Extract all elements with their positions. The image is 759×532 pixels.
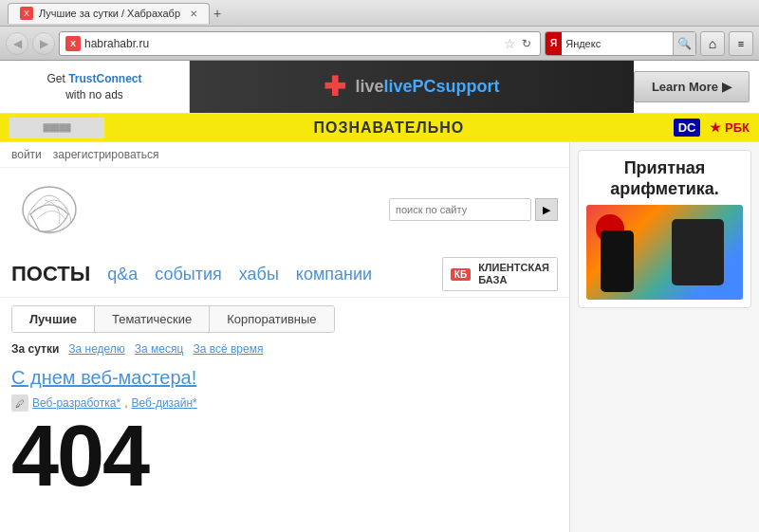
tab-title: Лучшие за сутки / Хабрахабр [39, 8, 180, 19]
page-content: войти зарегистрироваться ▶ [0, 142, 759, 532]
address-text: habrahabr.ru [84, 37, 501, 50]
logo-scribble-svg [16, 176, 83, 243]
livepc-ad[interactable]: ✚ livelivePCsupport [190, 61, 634, 113]
nav-companies[interactable]: компании [296, 265, 372, 284]
register-link[interactable]: зарегистрироваться [53, 148, 159, 161]
period-week[interactable]: За неделю [68, 342, 125, 356]
phone-shape [601, 230, 634, 292]
kb-badge: КБ [451, 268, 471, 281]
trustconnect-subtitle: with no ads [65, 88, 123, 101]
active-tab[interactable]: Х Лучшие за сутки / Хабрахабр ✕ [8, 3, 210, 24]
bookmark-icon[interactable]: ☆ [504, 36, 516, 51]
livepc-brand-text: livelivePCsupport [355, 77, 499, 97]
title-bar: Х Лучшие за сутки / Хабрахабр ✕ + [0, 0, 759, 27]
main-nav: ПОСТЫ q&a события хабы компании КБ КЛИЕН… [0, 251, 569, 298]
period-all[interactable]: За всё время [193, 342, 263, 356]
sidebar-ad[interactable]: Приятнаяарифметика. [578, 150, 751, 308]
forward-button[interactable]: ▶ [32, 32, 55, 55]
tag-web-design[interactable]: Веб-дизайн* [131, 396, 196, 410]
sidebar: Приятнаяарифметика. [569, 142, 759, 532]
tab-close-button[interactable]: ✕ [190, 9, 197, 19]
sidebar-ad-image [586, 205, 743, 300]
site-favicon: Х [65, 36, 81, 51]
period-day[interactable]: За сутки [11, 342, 59, 356]
nav-posts[interactable]: ПОСТЫ [11, 262, 90, 286]
banner-logos: DC ★ РБК [674, 119, 750, 137]
trustconnect-ad: Get TrustConnect with no ads [0, 61, 190, 113]
search-area: ▶ [389, 198, 558, 221]
tab-corporate[interactable]: Корпоративные [210, 306, 333, 332]
period-month[interactable]: За месяц [135, 342, 184, 356]
yandex-logo: Я [546, 32, 562, 55]
site-logo [11, 172, 87, 248]
banner-text: ПОЗНАВАТЕЛЬНО [112, 119, 666, 137]
yellow-banner: ▓▓▓▓▓ ПОЗНАВАТЕЛЬНО DC ★ РБК [0, 114, 759, 142]
tab-best[interactable]: Лучшие [12, 306, 95, 332]
kb-label: КЛИЕНТСКАЯБАЗА [478, 262, 549, 286]
nav-bar: ◀ ▶ Х habrahabr.ru ☆ ↻ Я Яндекс 🔍 ⌂ ≡ [0, 27, 759, 61]
banner-image-left: ▓▓▓▓▓ [9, 118, 104, 138]
tab-thematic[interactable]: Тематические [95, 306, 210, 332]
trustconnect-text: Get TrustConnect with no ads [46, 71, 141, 103]
tag-web-dev[interactable]: Веб-разработка* [32, 396, 120, 410]
learn-more-arrow: ▶ [722, 80, 731, 94]
login-bar: войти зарегистрироваться [0, 142, 569, 168]
big-number: 404 [0, 413, 569, 499]
learn-more-button[interactable]: Learn More ▶ [634, 71, 750, 102]
new-tab-button[interactable]: + [213, 6, 221, 21]
search-submit-button[interactable]: 🔍 [673, 32, 695, 55]
kb-promo[interactable]: КБ КЛИЕНТСКАЯБАЗА [442, 257, 558, 291]
dc-logo: DC [674, 119, 701, 137]
search-bar[interactable]: Я Яндекс 🔍 [545, 31, 696, 56]
address-bar[interactable]: Х habrahabr.ru ☆ ↻ [59, 31, 541, 56]
tab-favicon: Х [20, 7, 33, 20]
logo-area: ▶ [0, 168, 569, 251]
rbk-logo: ★ РБК [710, 120, 750, 135]
nav-events[interactable]: события [155, 265, 222, 284]
menu-button[interactable]: ≡ [729, 31, 753, 56]
livepc-plus-icon: ✚ [324, 71, 345, 102]
nav-qa[interactable]: q&a [107, 265, 138, 284]
login-link[interactable]: войти [11, 148, 42, 161]
period-filter: За сутки За неделю За месяц За всё время [0, 340, 569, 358]
refresh-icon[interactable]: ↻ [522, 37, 531, 50]
site-search-button[interactable]: ▶ [535, 198, 558, 221]
nav-hubs[interactable]: хабы [239, 265, 279, 284]
site-search-input[interactable] [389, 198, 531, 221]
search-input[interactable]: Яндекс [562, 38, 673, 49]
home-button[interactable]: ⌂ [700, 31, 725, 56]
sub-tabs: Лучшие Тематические Корпоративные [11, 305, 335, 333]
learn-more-label: Learn More [652, 80, 718, 94]
ad-bar: Get TrustConnect with no ads ✚ liveliveP… [0, 61, 759, 114]
tablet-shape [672, 219, 724, 285]
main-content: войти зарегистрироваться ▶ [0, 142, 569, 532]
back-button[interactable]: ◀ [6, 32, 28, 55]
article-title[interactable]: С днем веб-мастера! [0, 363, 569, 393]
trustconnect-brand: TrustConnect [68, 72, 141, 85]
sidebar-ad-title: Приятнаяарифметика. [586, 158, 743, 199]
